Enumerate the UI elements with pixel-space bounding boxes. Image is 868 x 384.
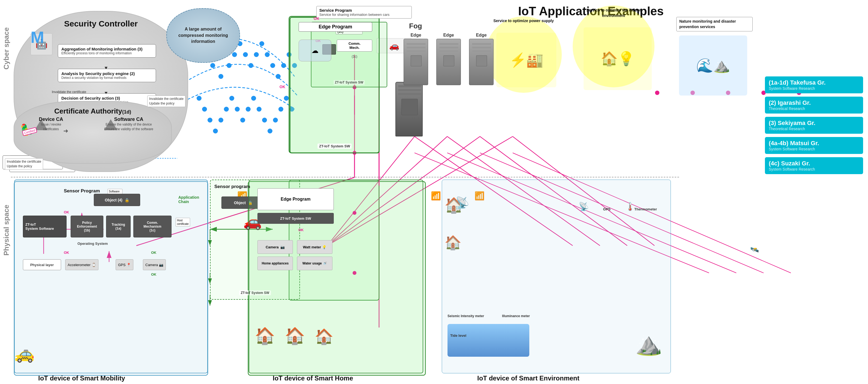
svg-point-31 <box>273 118 278 122</box>
sensor-icons-area: 🛰️ <box>750 246 759 254</box>
m-letter-icon: M <box>31 28 44 47</box>
svg-point-26 <box>246 107 251 112</box>
sec-step-1: Aggregation of Monitoring information (3… <box>58 44 156 58</box>
svg-point-2 <box>210 63 215 68</box>
zt-iot-cyber-label: ZT-IoT System SW <box>317 144 351 149</box>
host-cert-tag: Hostcertificate <box>176 218 190 227</box>
ok-edge-mid: OK <box>280 85 285 89</box>
svg-point-73 <box>655 91 659 95</box>
gps-env-icon: 📡 <box>579 202 589 211</box>
ok-mob-3: OK <box>151 250 157 255</box>
rg-suzaki: (4c) Suzaki Gr. System Software Research <box>765 157 863 174</box>
smart-home-area: Edge Program ZT-IoT System SW Camera📷 Wa… <box>249 180 423 373</box>
svg-point-18 <box>202 107 207 112</box>
svg-point-12 <box>270 63 275 68</box>
physical-space-label: Physical space <box>2 205 11 256</box>
edge-prog-home: Edge Program <box>257 188 334 210</box>
tide-label: Tide level <box>450 333 466 337</box>
fog-label: Fog <box>409 22 422 30</box>
svg-point-27 <box>251 96 256 101</box>
svg-point-9 <box>254 52 259 57</box>
svg-point-14 <box>281 63 286 68</box>
phys-layer-box: Physical layer <box>23 259 61 270</box>
antenna-2: 📶 <box>431 191 441 201</box>
svg-point-3 <box>218 74 223 79</box>
edge-program-title-box: Edge Program <box>299 22 372 32</box>
svg-point-23 <box>229 96 234 101</box>
svg-point-5 <box>232 52 237 57</box>
rg-sekiyama: (3) Sekiyama Gr. Theoretical Research <box>765 117 863 134</box>
svg-point-25 <box>240 118 245 122</box>
rg-matsui: (4a-4b) Matsui Gr. System Software Resea… <box>765 137 863 154</box>
certificate-authority-cloud: Certificate Authority(1d) ➜ Device CA Is… <box>13 101 172 164</box>
compressed-text: A large amount of compressed monitoring … <box>172 26 234 45</box>
smart-mobility-title: IoT device of Smart Mobility <box>38 375 125 382</box>
cyber-space-label: Cyber space <box>2 27 11 69</box>
comm-mech-cyber: Comm.Mech. <box>337 39 372 52</box>
policy-enforcement-box: PolicyEnforcement(1b) <box>71 216 103 237</box>
svg-point-33 <box>284 96 289 101</box>
cert-auth-title: Certificate Authority(1d) <box>54 107 131 115</box>
svg-point-7 <box>243 52 248 57</box>
gps-box: GPS📍 <box>116 259 133 270</box>
camera-box-mob: Camera📷 <box>143 259 166 270</box>
tracking-box: Tracking(1a) <box>106 216 131 237</box>
svg-point-13 <box>276 74 281 79</box>
compressed-monitoring-cloud: A large amount of compressed monitoring … <box>166 8 240 63</box>
sec-step-3-title: Decision of Security action (3) <box>61 96 152 100</box>
svg-point-10 <box>259 41 264 46</box>
svg-point-24 <box>235 107 240 112</box>
accelerometer-box: Accelerometer⌚ <box>65 259 98 270</box>
sec-ctrl-title: Security Controller <box>64 19 138 28</box>
main-container: IoT Application Examples Cyber space Phy… <box>0 0 868 384</box>
device-ca-box: Device CA Issue / revoke certificates <box>36 117 66 131</box>
svg-point-22 <box>224 107 229 112</box>
mountain-terrain: ⛰️ <box>635 331 662 357</box>
seismic-label: Seismic Intensity meter <box>447 314 484 319</box>
rg-igarashi: (2) Igarashi Gr. Theoretical Research <box>765 97 863 114</box>
sec-step-2-sub: Detect a security violation by formal me… <box>61 76 152 80</box>
svg-point-11 <box>265 52 270 57</box>
invalidate-cert-label-1: Invalidate the certificateUpdate the pol… <box>147 95 185 107</box>
object-4-box: Object (4) 🔒 <box>94 194 140 206</box>
comm-1c-cyber: (1c) <box>337 55 372 58</box>
watt-meter-home: Watt meter💡 <box>297 240 333 254</box>
service-program-car: Service Program Service for sharing info… <box>316 6 412 19</box>
svg-point-4 <box>227 63 231 68</box>
cloud-comm-icon: ☁ <box>299 39 331 61</box>
ok-mob-1: OK <box>64 210 69 214</box>
home-appliances: Home appliances <box>257 257 293 270</box>
edge-tower-1: Edge <box>404 33 428 85</box>
yellow-area-power <box>486 17 562 93</box>
nature-service-image: 🌊⛰️ <box>679 35 747 95</box>
svg-point-30 <box>268 128 272 134</box>
invalidate-cert-label-3: Invalidate the certificate <box>52 90 86 94</box>
smart-mobility-area: Sensor Program SoftwareCertificate Objec… <box>14 180 208 373</box>
thermometer-label: Thermometer <box>634 207 657 211</box>
house-pink-home: 🏠 <box>315 328 334 346</box>
service-power-label: Service to optimize power supply <box>491 19 556 23</box>
ok-mob-4: OK <box>151 272 157 276</box>
ok-home: OK <box>298 228 304 232</box>
edge-program-cyber: Edge Program ☁ Comm.Mech. (1c) ZT-IoT Sy… <box>289 17 380 153</box>
smart-env-title: IoT device of Smart Environment <box>477 375 580 382</box>
svg-point-19 <box>208 118 212 122</box>
software-ca-box: Software CA Ensure the validity of the d… <box>101 117 156 131</box>
zt-iot-sw-box: ZT-IoTSystem Software <box>23 216 66 237</box>
house-yellow-home: 🏠 <box>255 326 275 346</box>
illuminance-label: Illuminance meter <box>502 314 530 319</box>
gps-env-label: GPS <box>603 207 611 211</box>
os-label: Operating System <box>78 241 108 246</box>
service-indoor-label: Service to optimize the indoor environme… <box>578 8 649 18</box>
sensor-prog-label: Sensor Program <box>64 188 100 194</box>
ok-edge-top: OK <box>314 17 319 21</box>
water-env <box>447 324 529 357</box>
sec-step-2-title: Analysis by Security policy engine (2) <box>61 71 152 76</box>
svg-point-8 <box>248 63 253 68</box>
zt-home-label: ZT-IoT System SW <box>257 213 334 224</box>
sensor-prog-right-label: Sensor program <box>214 184 250 189</box>
camera-home: Camera📷 <box>257 240 293 254</box>
svg-point-29 <box>262 118 267 122</box>
rg-takefusa: (1a-1d) Takefusa Gr. System Software Res… <box>765 77 863 93</box>
comm-mech-mob-box: Comm. Mechanism (1c) <box>133 216 172 237</box>
